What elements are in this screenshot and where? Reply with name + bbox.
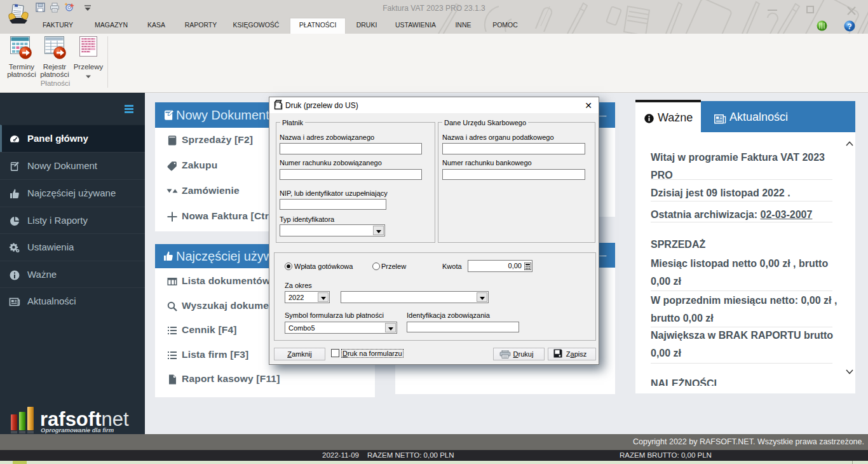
svg-text:Oprogramowanie dla firm: Oprogramowanie dla firm bbox=[41, 426, 114, 433]
svg-text:?: ? bbox=[847, 22, 851, 31]
